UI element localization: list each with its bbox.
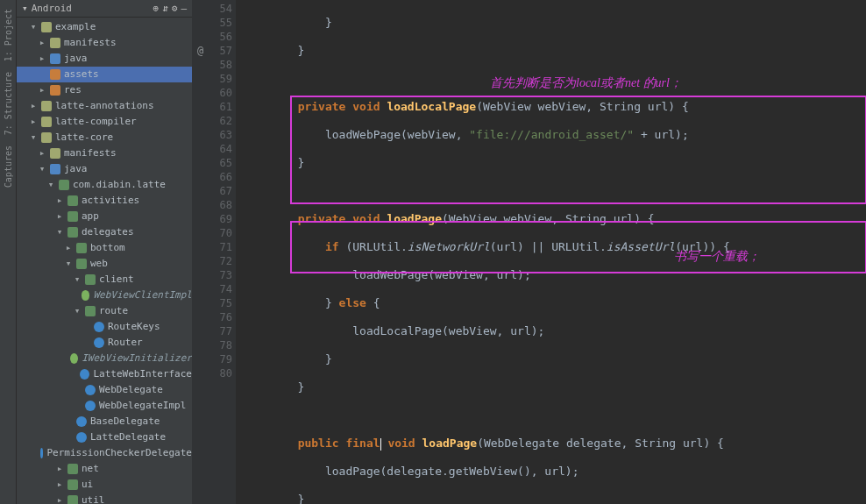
tree-node[interactable]: BaseDelegate [17, 414, 192, 429]
target-icon[interactable]: ⊕ [153, 3, 160, 14]
rail-project[interactable]: 1: Project [4, 9, 13, 61]
tree-node[interactable]: ▾client [17, 272, 192, 287]
tree-node[interactable]: ▸res [17, 82, 192, 98]
tree-node[interactable]: ▾delegates [17, 224, 192, 240]
tree-node[interactable]: ▸manifests [17, 146, 192, 161]
tree-node[interactable]: WebDelegateImpl [17, 398, 192, 414]
chevron-down-icon[interactable]: ▾ [22, 3, 28, 14]
source-code[interactable]: } } private void loadLocalPage(WebView w… [236, 0, 866, 504]
tree-node[interactable]: WebViewClientImpl [17, 287, 192, 303]
tree-node[interactable]: assets [17, 67, 192, 82]
left-rail: 1: Project 7: Structure Captures [0, 0, 17, 504]
tree-node[interactable]: ▾latte-core [17, 130, 192, 146]
rail-structure[interactable]: 7: Structure [4, 72, 13, 135]
tree-node[interactable]: ▾java [17, 161, 192, 177]
tree-node[interactable]: ▾web [17, 256, 192, 272]
tree-node[interactable]: RouteKeys [17, 319, 192, 335]
gutter: 54555657@5859606162636465666768697071727… [192, 0, 236, 504]
tree-node[interactable]: ▸activities [17, 193, 192, 209]
tree-node[interactable]: WebDelegate [17, 382, 192, 398]
tree-node[interactable]: ▾com.diabin.latte [17, 177, 192, 193]
sidebar-title: Android [32, 3, 72, 14]
sidebar-header: ▾ Android ⊕ ⇵ ⚙ — [17, 0, 192, 18]
tree-node[interactable]: ▸app [17, 209, 192, 224]
tree-node[interactable]: ▸util [17, 493, 192, 504]
tree-node[interactable]: ▸bottom [17, 240, 192, 256]
project-tree[interactable]: ▾example▸manifests▸javaassets▸res▸latte-… [17, 18, 192, 504]
collapse-icon[interactable]: ⇵ [162, 3, 168, 14]
tree-node[interactable]: PermissionCheckerDelegate [17, 445, 192, 461]
gear-icon[interactable]: ⚙ [172, 3, 178, 14]
rail-captures[interactable]: Captures [4, 146, 13, 188]
tree-node[interactable]: ▸latte-compiler [17, 114, 192, 130]
tree-node[interactable]: Router [17, 335, 192, 351]
tree-node[interactable]: ▸java [17, 51, 192, 67]
tree-node[interactable]: LatteWebInterface [17, 366, 192, 382]
tree-node[interactable]: ▸net [17, 461, 192, 477]
hide-icon[interactable]: — [181, 3, 187, 14]
tree-node[interactable]: IWebViewInitializer [17, 351, 192, 366]
tree-node[interactable]: ▸ui [17, 477, 192, 493]
project-sidebar: ▾ Android ⊕ ⇵ ⚙ — ▾example▸manifests▸jav… [17, 0, 192, 504]
tree-node[interactable]: LatteDelegate [17, 429, 192, 445]
tree-node[interactable]: ▾route [17, 303, 192, 319]
tree-node[interactable]: ▸manifests [17, 35, 192, 51]
editor-area: 54555657@5859606162636465666768697071727… [192, 0, 866, 504]
tree-node[interactable]: ▸latte-annotations [17, 98, 192, 114]
tree-node[interactable]: ▾example [17, 19, 192, 35]
